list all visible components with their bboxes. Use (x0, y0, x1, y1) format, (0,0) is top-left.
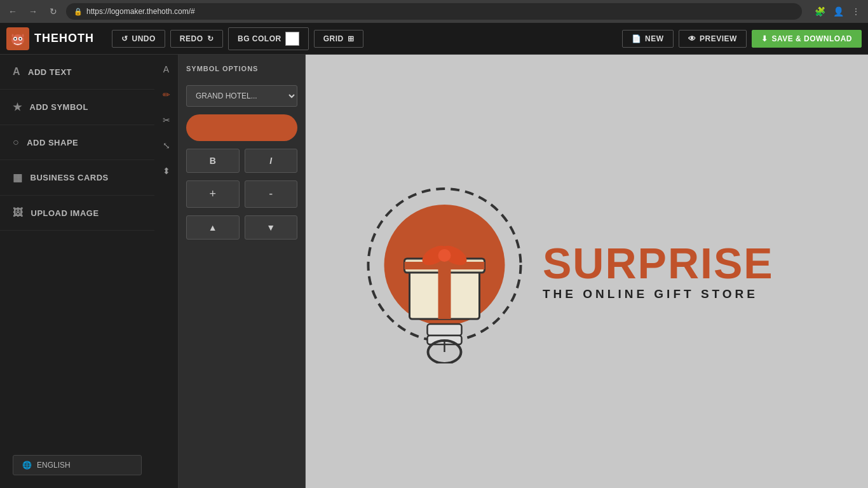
svg-rect-6 (11, 34, 14, 37)
undo-icon: ↺ (121, 34, 128, 43)
sidebar-item-add-symbol[interactable]: ★ ADD SYMBOL (0, 90, 154, 125)
tool-pen[interactable]: ✏ (158, 86, 175, 103)
logo-subtext: THE ONLINE GIFT STORE (543, 287, 774, 301)
align-up-button[interactable]: ▲ (186, 215, 240, 240)
size-increase-button[interactable]: + (186, 180, 240, 208)
url-text: https://logomaker.thehoth.com/# (86, 7, 195, 16)
color-swatch[interactable] (186, 114, 297, 141)
download-icon: ⬇ (761, 34, 768, 43)
tool-scissor[interactable]: ✂ (158, 112, 175, 128)
sidebar-item-upload-image[interactable]: 🖼 UPLOAD IMAGE (0, 196, 154, 231)
grid-button[interactable]: GRID ⊞ (314, 30, 364, 48)
symbol-icon: ★ (13, 101, 22, 113)
preview-icon: 👁 (688, 34, 696, 43)
upload-icon: 🖼 (13, 207, 24, 219)
redo-button[interactable]: REDO ↻ (170, 30, 223, 48)
tool-move[interactable]: A (158, 61, 175, 78)
svg-rect-13 (404, 262, 484, 269)
cards-icon: ▦ (13, 172, 23, 184)
more-icon[interactable]: ⋮ (849, 5, 863, 18)
grid-icon: ⊞ (348, 34, 355, 43)
panel-title: SYMBOL OPTIONS (186, 65, 297, 72)
tool-align[interactable]: ⬍ (158, 163, 175, 179)
new-icon: 📄 (632, 34, 642, 43)
shape-icon: ○ (13, 137, 19, 148)
svg-point-5 (20, 37, 22, 39)
svg-rect-7 (22, 34, 24, 37)
logo-illustration (358, 179, 530, 363)
size-decrease-button[interactable]: - (245, 180, 298, 208)
logo-surprise-text: SURPRISE (543, 241, 774, 285)
svg-point-4 (15, 37, 17, 39)
redo-icon: ↻ (207, 34, 214, 43)
undo-button[interactable]: ↺ UNDO (112, 30, 165, 48)
new-button[interactable]: 📄 NEW (622, 30, 674, 48)
bg-color-button[interactable]: BG COLOR (228, 27, 309, 50)
bg-color-swatch[interactable] (285, 32, 299, 46)
extensions-icon: 🧩 (812, 5, 828, 18)
forward-button[interactable]: → (25, 4, 41, 19)
sidebar-item-add-text[interactable]: A ADD TEXT (0, 55, 154, 90)
back-button[interactable]: ← (5, 4, 20, 19)
sidebar-item-business-cards[interactable]: ▦ BUSINESS CARDS (0, 160, 154, 196)
preview-button[interactable]: 👁 PREVIEW (679, 30, 747, 48)
tool-resize[interactable]: ⤡ (158, 137, 175, 154)
align-down-button[interactable]: ▼ (245, 215, 298, 240)
profile-icon: 👤 (831, 5, 846, 18)
reload-button[interactable]: ↻ (46, 4, 61, 19)
globe-icon: 🌐 (22, 461, 32, 470)
text-icon: A (13, 66, 20, 78)
save-download-button[interactable]: ⬇ SAVE & DOWNLOAD (752, 30, 862, 48)
secure-icon: 🔒 (74, 8, 83, 16)
language-button[interactable]: 🌐 ENGLISH (13, 455, 142, 475)
canvas[interactable]: SURPRISE THE ONLINE GIFT STORE △ me DUPL… (306, 55, 868, 488)
svg-rect-17 (427, 324, 461, 336)
italic-button[interactable]: I (245, 149, 298, 173)
bold-button[interactable]: B (186, 149, 240, 173)
font-dropdown[interactable]: GRAND HOTEL... (186, 85, 297, 107)
brand-logo: THEHOTH (6, 27, 94, 50)
svg-point-16 (438, 249, 451, 262)
sidebar-item-add-shape[interactable]: ○ ADD SHAPE (0, 125, 154, 160)
